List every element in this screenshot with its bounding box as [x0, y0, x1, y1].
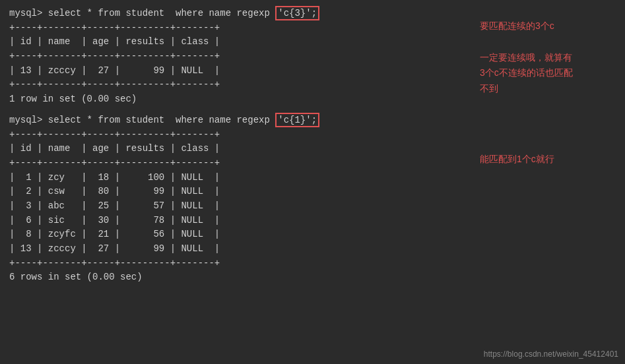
row-2-6: | 13 | zcccy | 27 | 99 | NULL | [9, 242, 616, 257]
anno1-line3: 3个c不连续的话也匹配 [480, 65, 612, 81]
row-2-3: | 3 | abc | 25 | 57 | NULL | [9, 199, 616, 214]
query-line-2: mysql> select * from student where name … [9, 113, 616, 128]
row-2-5: | 8 | zcyfc | 21 | 56 | NULL | [9, 228, 616, 242]
row-2-4: | 6 | sic | 30 | 78 | NULL | [9, 214, 616, 228]
row-2-1: | 1 | zcy | 18 | 100 | NULL | [9, 171, 616, 185]
regexp-highlight-2: 'c{1}'; [275, 113, 319, 127]
prompt-2: mysql> select * from student where name … [9, 115, 275, 125]
separator-bot-2: +----+-------+-----+---------+-------+ [9, 257, 616, 271]
anno1-line4: 不到 [480, 81, 612, 97]
annotation-2: 能匹配到1个c就行 [480, 152, 612, 167]
footer-2: 6 rows in set (0.00 sec) [9, 270, 616, 285]
separator-top-2: +----+-------+-----+---------+-------+ [9, 128, 616, 142]
prompt-1: mysql> select * from student where name … [9, 8, 275, 18]
anno1-line2: 一定要连续哦，就算有 [480, 50, 612, 66]
anno1-spacer [480, 34, 612, 50]
annotation-1: 要匹配连续的3个c 一定要连续哦，就算有 3个c不连续的话也匹配 不到 [480, 18, 612, 97]
section2: mysql> select * from student where name … [9, 113, 616, 285]
anno1-line1: 要匹配连续的3个c [480, 18, 612, 34]
row-2-2: | 2 | csw | 80 | 99 | NULL | [9, 185, 616, 199]
watermark: https://blog.csdn.net/weixin_45412401 [484, 349, 618, 359]
anno2-line1: 能匹配到1个c就行 [480, 152, 612, 167]
regexp-highlight-1: 'c{3}'; [275, 6, 319, 20]
